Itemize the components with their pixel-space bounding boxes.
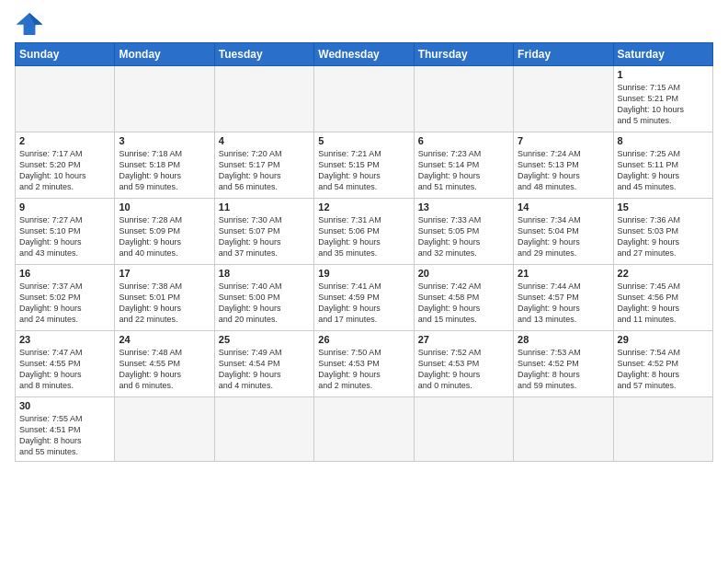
calendar-cell: 22Sunrise: 7:45 AM Sunset: 4:56 PM Dayli…	[613, 265, 712, 331]
day-info: Sunrise: 7:38 AM Sunset: 5:01 PM Dayligh…	[119, 281, 210, 326]
calendar-cell: 1Sunrise: 7:15 AM Sunset: 5:21 PM Daylig…	[613, 66, 712, 132]
day-number: 1	[618, 69, 709, 80]
weekday-header-wednesday: Wednesday	[314, 43, 414, 66]
day-number: 11	[219, 201, 310, 213]
calendar-cell: 9Sunrise: 7:27 AM Sunset: 5:10 PM Daylig…	[16, 199, 115, 265]
day-number: 17	[119, 268, 210, 279]
calendar-cell: 2Sunrise: 7:17 AM Sunset: 5:20 PM Daylig…	[16, 132, 115, 199]
calendar-cell: 14Sunrise: 7:34 AM Sunset: 5:04 PM Dayli…	[514, 199, 613, 265]
calendar-cell	[314, 66, 414, 132]
day-number: 25	[219, 334, 310, 345]
day-info: Sunrise: 7:50 AM Sunset: 4:53 PM Dayligh…	[318, 347, 409, 392]
day-number: 2	[19, 135, 110, 146]
calendar-cell: 19Sunrise: 7:41 AM Sunset: 4:59 PM Dayli…	[314, 265, 414, 331]
day-info: Sunrise: 7:54 AM Sunset: 4:52 PM Dayligh…	[618, 347, 709, 392]
calendar-cell: 7Sunrise: 7:24 AM Sunset: 5:13 PM Daylig…	[514, 132, 613, 199]
calendar: SundayMondayTuesdayWednesdayThursdayFrid…	[15, 42, 713, 462]
calendar-cell: 11Sunrise: 7:30 AM Sunset: 5:07 PM Dayli…	[214, 199, 313, 265]
calendar-cell	[214, 66, 313, 132]
day-info: Sunrise: 7:47 AM Sunset: 4:55 PM Dayligh…	[19, 347, 110, 392]
day-info: Sunrise: 7:30 AM Sunset: 5:07 PM Dayligh…	[219, 214, 310, 259]
day-info: Sunrise: 7:20 AM Sunset: 5:17 PM Dayligh…	[219, 148, 310, 193]
day-number: 5	[318, 135, 409, 146]
day-number: 14	[518, 201, 609, 213]
calendar-cell: 17Sunrise: 7:38 AM Sunset: 5:01 PM Dayli…	[115, 265, 214, 331]
day-info: Sunrise: 7:15 AM Sunset: 5:21 PM Dayligh…	[618, 82, 709, 127]
calendar-cell: 28Sunrise: 7:53 AM Sunset: 4:52 PM Dayli…	[514, 331, 613, 397]
day-info: Sunrise: 7:23 AM Sunset: 5:14 PM Dayligh…	[418, 148, 509, 193]
calendar-cell: 5Sunrise: 7:21 AM Sunset: 5:15 PM Daylig…	[314, 132, 414, 199]
day-number: 4	[219, 135, 310, 146]
day-number: 22	[618, 268, 709, 279]
day-number: 10	[119, 201, 210, 213]
header	[15, 11, 713, 37]
calendar-cell: 4Sunrise: 7:20 AM Sunset: 5:17 PM Daylig…	[214, 132, 313, 199]
day-number: 15	[618, 201, 709, 213]
day-number: 8	[618, 135, 709, 146]
week-row-2: 2Sunrise: 7:17 AM Sunset: 5:20 PM Daylig…	[16, 132, 713, 199]
calendar-cell: 24Sunrise: 7:48 AM Sunset: 4:55 PM Dayli…	[115, 331, 214, 397]
day-number: 27	[418, 334, 509, 345]
day-info: Sunrise: 7:34 AM Sunset: 5:04 PM Dayligh…	[518, 214, 609, 259]
weekday-header-friday: Friday	[514, 43, 613, 66]
week-row-3: 9Sunrise: 7:27 AM Sunset: 5:10 PM Daylig…	[16, 199, 713, 265]
calendar-cell: 15Sunrise: 7:36 AM Sunset: 5:03 PM Dayli…	[613, 199, 712, 265]
calendar-cell	[214, 397, 313, 462]
calendar-cell: 18Sunrise: 7:40 AM Sunset: 5:00 PM Dayli…	[214, 265, 313, 331]
day-number: 7	[518, 135, 609, 146]
weekday-header-monday: Monday	[115, 43, 214, 66]
day-info: Sunrise: 7:28 AM Sunset: 5:09 PM Dayligh…	[119, 214, 210, 259]
day-number: 29	[618, 334, 709, 345]
week-row-1: 1Sunrise: 7:15 AM Sunset: 5:21 PM Daylig…	[16, 66, 713, 132]
day-number: 9	[19, 201, 110, 213]
day-number: 28	[518, 334, 609, 345]
day-number: 20	[418, 268, 509, 279]
day-number: 18	[219, 268, 310, 279]
day-info: Sunrise: 7:36 AM Sunset: 5:03 PM Dayligh…	[618, 214, 709, 259]
calendar-cell: 10Sunrise: 7:28 AM Sunset: 5:09 PM Dayli…	[115, 199, 214, 265]
calendar-cell	[514, 66, 613, 132]
calendar-cell: 12Sunrise: 7:31 AM Sunset: 5:06 PM Dayli…	[314, 199, 414, 265]
day-info: Sunrise: 7:49 AM Sunset: 4:54 PM Dayligh…	[219, 347, 310, 392]
weekday-header-row: SundayMondayTuesdayWednesdayThursdayFrid…	[16, 43, 713, 66]
calendar-cell: 27Sunrise: 7:52 AM Sunset: 4:53 PM Dayli…	[414, 331, 513, 397]
day-info: Sunrise: 7:31 AM Sunset: 5:06 PM Dayligh…	[318, 214, 409, 259]
calendar-cell: 26Sunrise: 7:50 AM Sunset: 4:53 PM Dayli…	[314, 331, 414, 397]
calendar-cell: 20Sunrise: 7:42 AM Sunset: 4:58 PM Dayli…	[414, 265, 513, 331]
day-info: Sunrise: 7:18 AM Sunset: 5:18 PM Dayligh…	[119, 148, 210, 193]
logo	[15, 11, 48, 37]
day-number: 23	[19, 334, 110, 345]
calendar-cell: 8Sunrise: 7:25 AM Sunset: 5:11 PM Daylig…	[613, 132, 712, 199]
weekday-header-tuesday: Tuesday	[214, 43, 313, 66]
calendar-cell: 6Sunrise: 7:23 AM Sunset: 5:14 PM Daylig…	[414, 132, 513, 199]
calendar-cell	[314, 397, 414, 462]
day-info: Sunrise: 7:37 AM Sunset: 5:02 PM Dayligh…	[19, 281, 110, 326]
day-info: Sunrise: 7:44 AM Sunset: 4:57 PM Dayligh…	[518, 281, 609, 326]
day-info: Sunrise: 7:33 AM Sunset: 5:05 PM Dayligh…	[418, 214, 509, 259]
logo-icon	[15, 11, 44, 37]
day-number: 16	[19, 268, 110, 279]
calendar-cell: 30Sunrise: 7:55 AM Sunset: 4:51 PM Dayli…	[16, 397, 115, 462]
day-info: Sunrise: 7:53 AM Sunset: 4:52 PM Dayligh…	[518, 347, 609, 392]
calendar-cell	[414, 397, 513, 462]
weekday-header-thursday: Thursday	[414, 43, 513, 66]
weekday-header-saturday: Saturday	[613, 43, 712, 66]
weekday-header-sunday: Sunday	[16, 43, 115, 66]
day-number: 6	[418, 135, 509, 146]
calendar-cell: 21Sunrise: 7:44 AM Sunset: 4:57 PM Dayli…	[514, 265, 613, 331]
day-info: Sunrise: 7:42 AM Sunset: 4:58 PM Dayligh…	[418, 281, 509, 326]
day-number: 30	[19, 400, 110, 411]
day-number: 24	[119, 334, 210, 345]
day-info: Sunrise: 7:48 AM Sunset: 4:55 PM Dayligh…	[119, 347, 210, 392]
day-info: Sunrise: 7:55 AM Sunset: 4:51 PM Dayligh…	[19, 413, 110, 458]
week-row-6: 30Sunrise: 7:55 AM Sunset: 4:51 PM Dayli…	[16, 397, 713, 462]
calendar-cell	[613, 397, 712, 462]
calendar-cell: 29Sunrise: 7:54 AM Sunset: 4:52 PM Dayli…	[613, 331, 712, 397]
day-info: Sunrise: 7:17 AM Sunset: 5:20 PM Dayligh…	[19, 148, 110, 193]
day-info: Sunrise: 7:40 AM Sunset: 5:00 PM Dayligh…	[219, 281, 310, 326]
calendar-cell: 23Sunrise: 7:47 AM Sunset: 4:55 PM Dayli…	[16, 331, 115, 397]
calendar-cell	[414, 66, 513, 132]
calendar-cell: 16Sunrise: 7:37 AM Sunset: 5:02 PM Dayli…	[16, 265, 115, 331]
day-number: 19	[318, 268, 409, 279]
day-info: Sunrise: 7:27 AM Sunset: 5:10 PM Dayligh…	[19, 214, 110, 259]
